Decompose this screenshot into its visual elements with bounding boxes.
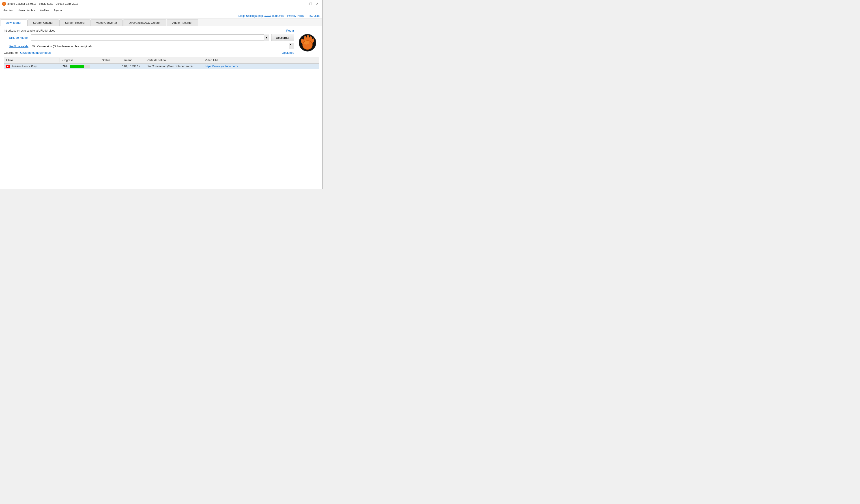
user-link[interactable]: Diego Uscanga (http://www.atube.me) xyxy=(238,14,284,17)
save-label: Guardar en: xyxy=(4,51,19,54)
close-button[interactable]: ✕ xyxy=(314,1,320,6)
title-bar: aTube Catcher 3.8.9618 - Studio Suite - … xyxy=(0,0,322,8)
privacy-policy-link[interactable]: Privacy Policy xyxy=(287,14,304,17)
tab-dvd-creator[interactable]: DVD/BluRay/CD Creator xyxy=(123,19,166,26)
menu-archivo[interactable]: Archivo xyxy=(1,8,15,12)
info-bar: Diego Uscanga (http://www.atube.me) Priv… xyxy=(0,13,322,18)
tab-audio-recorder[interactable]: Audio Recorder xyxy=(167,19,198,26)
youtube-icon xyxy=(5,65,10,68)
th-progress: Progress xyxy=(60,58,100,62)
th-tamano: Tamaño xyxy=(120,58,145,62)
save-path-link[interactable]: C:\Users\compu\Videos xyxy=(20,51,51,54)
progress-bar-fill xyxy=(70,65,84,68)
profile-row: Perfil de salida Sin Conversion (Solo ob… xyxy=(4,43,294,49)
form-panel: Introduzca en este cuadro la URL del vid… xyxy=(4,29,294,57)
url-input[interactable] xyxy=(31,34,269,41)
app-window: aTube Catcher 3.8.9618 - Studio Suite - … xyxy=(0,0,322,189)
minimize-button[interactable]: — xyxy=(301,1,307,6)
tab-screen-record[interactable]: Screen Record xyxy=(59,19,90,26)
profile-select[interactable]: Sin Conversion (Solo obtener archivo ori… xyxy=(31,43,294,49)
td-progress: 69% xyxy=(60,63,100,69)
opciones-link[interactable]: Opciones xyxy=(282,51,294,54)
menu-perfiles[interactable]: Perfiles xyxy=(37,8,51,12)
menu-ayuda[interactable]: Ayuda xyxy=(52,8,64,12)
td-title: Análisis Honor Play xyxy=(4,63,60,69)
url-hint-row: Introduzca en este cuadro la URL del vid… xyxy=(4,29,294,32)
menu-herramientas[interactable]: Herramientas xyxy=(15,8,37,12)
title-bar-left: aTube Catcher 3.8.9618 - Studio Suite - … xyxy=(2,2,78,6)
app-logo xyxy=(299,34,316,52)
th-status: Status xyxy=(100,58,120,62)
download-table: Título Progress Status Tamaño Perfil de … xyxy=(4,57,319,189)
descargar-button[interactable]: Descargar xyxy=(271,34,294,41)
title-bar-controls: — ☐ ✕ xyxy=(301,1,320,6)
td-size: 118,07 MB 171,13 MB xyxy=(120,63,145,69)
th-perfil: Perfil de salida xyxy=(145,58,203,62)
url-input-row: URL del Video: ▼ Descargar xyxy=(4,34,294,41)
tabs-bar: Downloader Stream Catcher Screen Record … xyxy=(0,18,322,26)
url-input-wrapper: ▼ xyxy=(31,34,269,41)
save-path-area: Guardar en: C:\Users\compu\Videos xyxy=(4,51,51,54)
url-hint-text: Introduzca en este cuadro la URL del vid… xyxy=(4,29,55,32)
rev-link[interactable]: Rev. 9618 xyxy=(307,14,319,17)
form-area: Introduzca en este cuadro la URL del vid… xyxy=(4,29,294,57)
td-status xyxy=(100,66,120,67)
logo-area xyxy=(296,29,319,57)
td-profile: Sin Conversion (Solo obtener archiv... xyxy=(145,63,203,69)
th-titulo: Título xyxy=(4,58,60,62)
profile-select-wrapper: Sin Conversion (Solo obtener archivo ori… xyxy=(31,43,294,49)
main-content: Introduzca en este cuadro la URL del vid… xyxy=(0,26,322,189)
menu-bar: Archivo Herramientas Perfiles Ayuda xyxy=(0,8,322,13)
progress-percent: 69% xyxy=(61,64,69,68)
table-row: Análisis Honor Play 69% 118,07 MB 171,13… xyxy=(4,63,319,69)
window-title: aTube Catcher 3.8.9618 - Studio Suite - … xyxy=(8,2,78,5)
tab-video-converter[interactable]: Video Converter xyxy=(90,19,123,26)
tab-stream-catcher[interactable]: Stream Catcher xyxy=(27,19,59,26)
tab-downloader[interactable]: Downloader xyxy=(0,19,27,26)
progress-bar xyxy=(70,65,90,68)
row-title: Análisis Honor Play xyxy=(11,64,37,68)
table-header: Título Progress Status Tamaño Perfil de … xyxy=(4,57,319,63)
profile-label[interactable]: Perfil de salida xyxy=(4,45,28,48)
url-label[interactable]: URL del Video: xyxy=(4,36,28,39)
td-url: https://www.youtube.com/... xyxy=(203,63,319,69)
app-icon xyxy=(2,2,6,6)
paste-link[interactable]: Pegar xyxy=(286,29,294,32)
th-url: Video URL xyxy=(203,58,319,62)
save-row: Guardar en: C:\Users\compu\Videos Opcion… xyxy=(4,51,294,54)
row-url-link[interactable]: https://www.youtube.com/... xyxy=(205,64,241,68)
restore-button[interactable]: ☐ xyxy=(307,1,314,6)
url-dropdown-button[interactable]: ▼ xyxy=(264,34,269,41)
